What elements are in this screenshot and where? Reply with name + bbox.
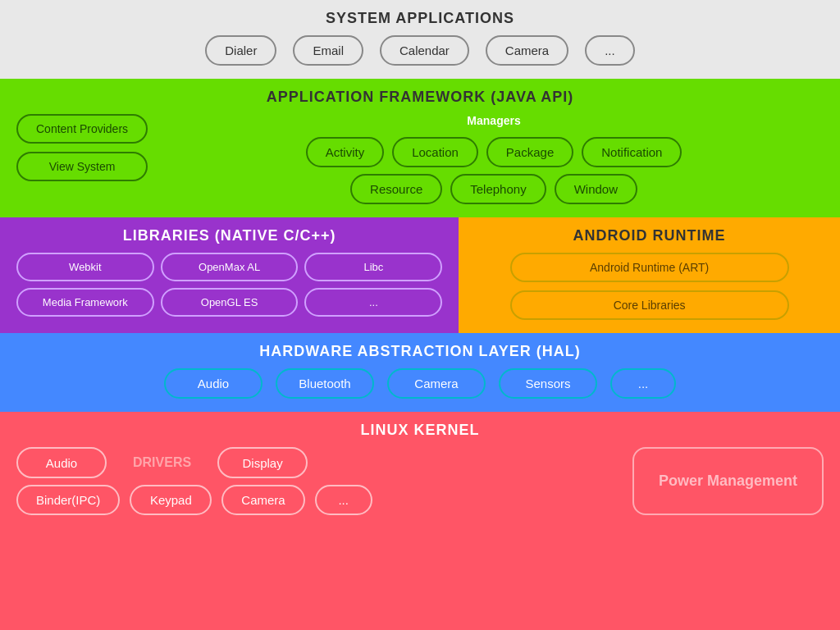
managers-row1: Activity Location Package Notification [164,137,824,167]
list-item: Media Framework [16,288,154,317]
list-item: Email [293,35,363,66]
hal-section: HARDWARE ABSTRACTION LAYER (HAL) Audio B… [0,333,840,412]
app-framework-section: APPLICATION FRAMEWORK (JAVA API) Content… [0,79,840,217]
system-apps-section: SYSTEM APPLICATIONS Dialer Email Calenda… [0,0,840,79]
middle-section: LIBRARIES (NATIVE C/C++) Webkit OpenMax … [0,217,840,333]
list-item: Display [217,447,308,478]
list-item: OpenGL ES [161,288,299,317]
power-management-label: Power Management [659,472,797,490]
linux-kernel-title: LINUX KERNEL [16,422,824,439]
list-item: Window [555,174,637,204]
system-apps-title: SYSTEM APPLICATIONS [16,10,824,27]
libraries-section: LIBRARIES (NATIVE C/C++) Webkit OpenMax … [0,217,459,333]
list-item: Webkit [16,253,154,281]
kernel-row1: Audio DRIVERS Display [16,447,616,478]
app-framework-title: APPLICATION FRAMEWORK (JAVA API) [16,89,824,106]
list-item: ... [585,35,635,66]
managers-row2: Resource Telephony Window [164,174,824,204]
power-management-box: Power Management [632,447,824,515]
list-item: Content Providers [16,114,148,144]
list-item: OpenMax AL [161,253,299,281]
list-item: Resource [350,174,442,204]
list-item: Calendar [380,35,469,66]
system-apps-row: Dialer Email Calendar Camera ... [16,35,824,66]
framework-right: Managers Activity Location Package Notif… [164,114,824,204]
framework-left: Content Providers View System [16,114,148,181]
android-runtime-title: ANDROID RUNTIME [475,227,824,244]
kernel-content: Audio DRIVERS Display Binder(IPC) Keypad… [16,447,824,515]
android-runtime-section: ANDROID RUNTIME Android Runtime (ART) Co… [459,217,840,333]
list-item: Audio [16,447,107,478]
list-item: Activity [306,137,385,167]
list-item: Camera [221,485,304,515]
list-item: Notification [582,137,682,167]
list-item: Bluetooth [276,368,374,399]
list-item: Binder(IPC) [16,485,120,515]
libs-grid: Webkit OpenMax AL Libc Media Framework O… [16,253,442,317]
list-item: Camera [486,35,568,66]
kernel-row2: Binder(IPC) Keypad Camera ... [16,485,616,515]
kernel-left: Audio DRIVERS Display Binder(IPC) Keypad… [16,447,616,515]
list-item: ... [610,368,676,399]
linux-kernel-section: LINUX KERNEL Audio DRIVERS Display Binde… [0,412,840,630]
drivers-label: DRIVERS [116,447,208,478]
libraries-title: LIBRARIES (NATIVE C/C++) [16,227,442,244]
list-item: Dialer [205,35,276,66]
list-item: Camera [387,368,486,399]
list-item: Package [486,137,573,167]
list-item: ... [304,288,442,317]
hal-row: Audio Bluetooth Camera Sensors ... [16,368,824,399]
list-item: Telephony [450,174,546,204]
list-item: Keypad [130,485,212,515]
list-item: Audio [164,368,262,399]
list-item: Libc [304,253,442,281]
list-item: Core Libraries [510,290,789,320]
managers-label: Managers [164,114,824,127]
diagram: SYSTEM APPLICATIONS Dialer Email Calenda… [0,0,840,630]
list-item: ... [315,485,372,515]
framework-content: Content Providers View System Managers A… [16,114,824,204]
list-item: View System [16,152,148,181]
hal-title: HARDWARE ABSTRACTION LAYER (HAL) [16,343,824,360]
list-item: Location [392,137,478,167]
list-item: Sensors [499,368,597,399]
runtime-items: Android Runtime (ART) Core Libraries [475,253,824,320]
list-item: Android Runtime (ART) [510,253,789,282]
